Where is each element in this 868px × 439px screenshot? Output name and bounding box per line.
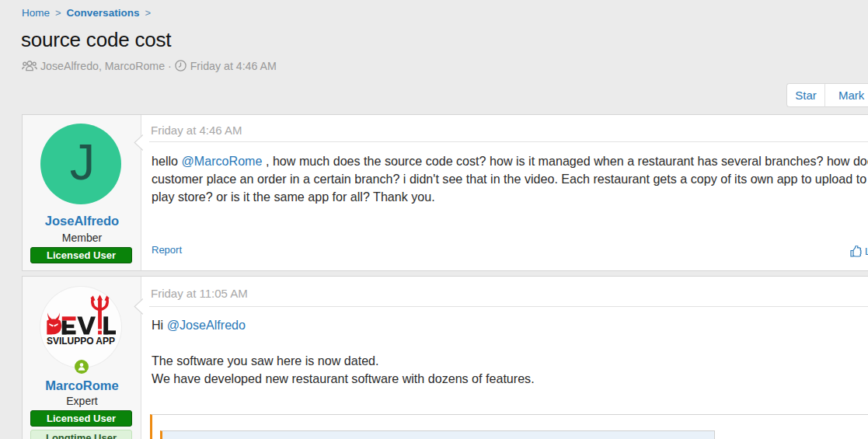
svg-text:SVILUPPO APP: SVILUPPO APP [47, 336, 115, 347]
